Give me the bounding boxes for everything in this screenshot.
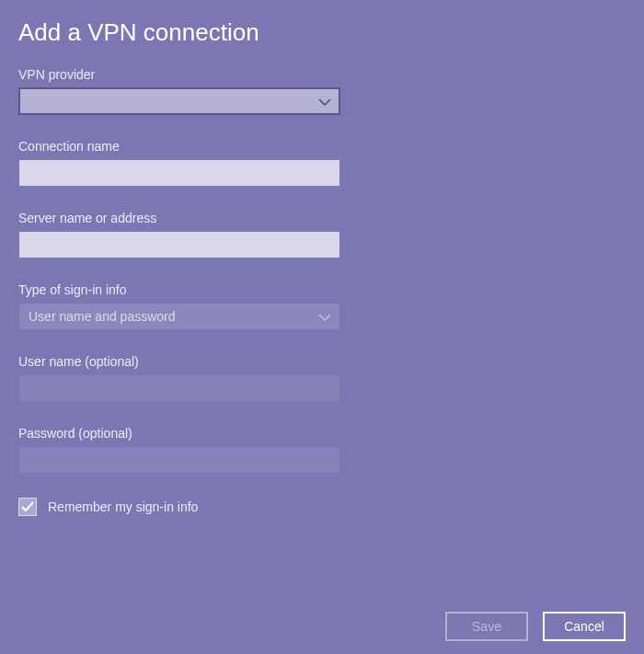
vpn-provider-select[interactable]	[18, 87, 340, 115]
server-group: Server name or address	[18, 211, 626, 258]
cancel-button[interactable]: Cancel	[543, 612, 626, 641]
remember-signin-row: Remember my sign-in info	[18, 498, 626, 516]
signin-type-label: Type of sign-in info	[18, 282, 626, 297]
remember-signin-label: Remember my sign-in info	[48, 499, 198, 514]
connection-name-group: Connection name	[18, 139, 626, 187]
page-title: Add a VPN connection	[18, 18, 626, 47]
password-input[interactable]	[18, 446, 340, 474]
save-button[interactable]: Save	[445, 612, 528, 641]
username-label: User name (optional)	[18, 354, 626, 369]
vpn-provider-label: VPN provider	[18, 67, 626, 82]
footer-buttons: Save Cancel	[445, 612, 626, 641]
remember-signin-checkbox[interactable]	[18, 498, 37, 516]
vpn-provider-group: VPN provider	[18, 67, 626, 115]
username-group: User name (optional)	[18, 354, 626, 402]
password-label: Password (optional)	[18, 426, 626, 441]
connection-name-input[interactable]	[18, 159, 340, 187]
signin-type-group: Type of sign-in info	[18, 282, 626, 330]
signin-type-select[interactable]	[18, 303, 340, 330]
vpn-provider-select-wrap	[18, 87, 340, 115]
password-group: Password (optional)	[18, 426, 626, 474]
server-label: Server name or address	[18, 211, 626, 225]
checkmark-icon	[21, 501, 34, 512]
username-input[interactable]	[18, 374, 340, 402]
signin-type-select-wrap	[18, 303, 340, 330]
server-input[interactable]	[18, 231, 340, 258]
connection-name-label: Connection name	[18, 139, 626, 154]
